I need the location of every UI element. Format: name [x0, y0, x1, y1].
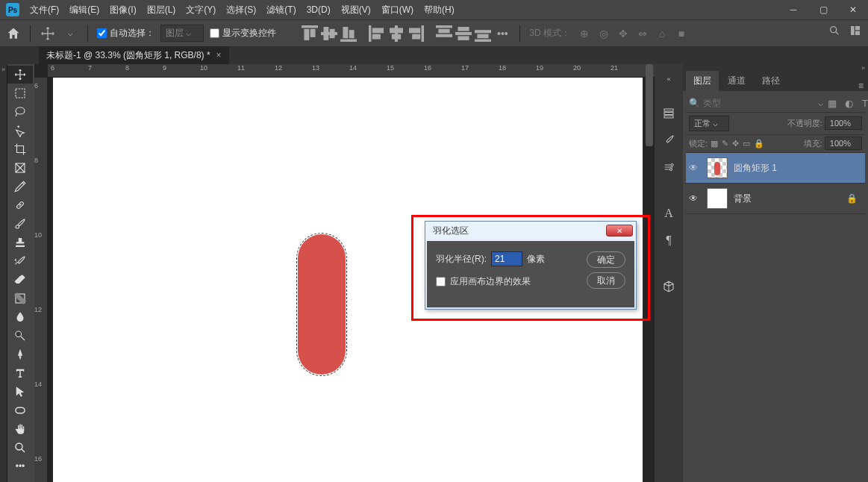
rounded-rect-shape[interactable] [298, 234, 346, 375]
tab-layers[interactable]: 图层 [686, 71, 719, 91]
move-tool[interactable] [7, 66, 33, 84]
menu-image[interactable]: 图像(I) [110, 4, 136, 16]
lock-move-icon[interactable]: ✥ [732, 139, 739, 148]
tab-close-icon[interactable]: × [216, 50, 222, 60]
crop-tool[interactable] [7, 140, 33, 158]
menu-3d[interactable]: 3D(D) [307, 4, 331, 15]
hand-tool[interactable] [7, 420, 33, 438]
dropdown-arrow[interactable]: ⌵ [62, 25, 78, 42]
tab-channels[interactable]: 通道 [720, 71, 753, 91]
opacity-input[interactable]: 100% [825, 116, 862, 130]
dialog-close-button[interactable]: ✕ [606, 225, 633, 237]
zoom-tool[interactable] [7, 439, 33, 457]
fill-input[interactable]: 100% [825, 137, 862, 150]
radius-input[interactable] [491, 251, 522, 266]
workspace-icon[interactable] [846, 21, 865, 40]
shape-tool[interactable] [7, 401, 33, 419]
dist-vcenter-icon[interactable] [455, 25, 472, 42]
3d-camera-icon[interactable]: ■ [673, 25, 690, 42]
blend-mode-select[interactable]: 正常 ⌵ [689, 116, 729, 131]
stamp-tool[interactable] [7, 234, 33, 251]
blur-tool[interactable] [7, 308, 33, 326]
lasso-tool[interactable] [7, 103, 33, 121]
align-vcenter-icon[interactable] [321, 25, 337, 42]
lock-artboard-icon[interactable]: ▭ [743, 139, 750, 148]
type-tool[interactable] [7, 364, 33, 382]
frame-tool[interactable] [7, 159, 33, 177]
menu-layer[interactable]: 图层(L) [147, 4, 176, 16]
filter-adjust-icon[interactable]: ◐ [843, 97, 855, 109]
feather-dialog[interactable]: 羽化选区 ✕ 羽化半径(R): 像素 应用画布边界的效果 确定 [425, 221, 637, 310]
more-tools[interactable]: ••• [7, 457, 33, 475]
history-panel-icon[interactable] [660, 104, 678, 122]
path-select-tool[interactable] [7, 383, 33, 401]
menu-window[interactable]: 窗口(W) [381, 4, 413, 16]
eyedropper-tool[interactable] [7, 178, 33, 195]
filter-type-icon[interactable]: T [859, 97, 868, 109]
layer-filter-input[interactable] [703, 98, 815, 108]
more-align-icon[interactable]: ••• [494, 25, 511, 42]
paragraph-panel-icon[interactable]: ¶ [660, 231, 678, 249]
3d-orbit-icon[interactable]: ⊕ [576, 25, 593, 42]
3d-panel-icon[interactable] [660, 278, 678, 295]
search-icon[interactable] [825, 21, 844, 40]
character-panel-icon[interactable]: A [660, 204, 678, 222]
3d-roll-icon[interactable]: ◎ [596, 25, 612, 42]
3d-slide-icon[interactable]: ⇔ [634, 25, 651, 42]
visibility-icon[interactable]: 👁 [689, 193, 701, 204]
lock-transparent-icon[interactable]: ▩ [711, 139, 718, 148]
show-transform-checkbox[interactable]: 显示变换控件 [210, 27, 276, 40]
layer-thumbnail[interactable] [707, 157, 728, 178]
dist-bottom-icon[interactable] [475, 25, 491, 42]
gradient-tool[interactable] [7, 289, 33, 307]
lock-icon[interactable]: 🔒 [846, 193, 858, 204]
vertical-scrollbar[interactable] [646, 64, 653, 146]
properties-panel-icon[interactable] [660, 158, 678, 176]
3d-pan-icon[interactable]: ✥ [615, 25, 631, 42]
filter-pixel-icon[interactable]: ▦ [826, 97, 838, 109]
brush-tool[interactable] [7, 215, 33, 233]
marquee-tool[interactable] [7, 84, 33, 102]
lock-brush-icon[interactable]: ✎ [722, 139, 728, 148]
document-tab[interactable]: 未标题-1 @ 33.3% (圆角矩形 1, RGB/8) * × [39, 46, 229, 65]
panel-menu-icon[interactable]: ≡ [858, 81, 864, 91]
tab-paths[interactable]: 路径 [755, 71, 787, 91]
layer-thumbnail[interactable] [707, 188, 728, 209]
menu-select[interactable]: 选择(S) [226, 4, 256, 16]
menu-edit[interactable]: 编辑(E) [69, 4, 99, 16]
menu-filter[interactable]: 滤镜(T) [266, 4, 296, 16]
align-right-icon[interactable] [408, 25, 424, 42]
menu-file[interactable]: 文件(F) [30, 4, 59, 16]
layer-row[interactable]: 👁 圆角矩形 1 [686, 153, 865, 184]
layer-row[interactable]: 👁 背景 🔒 [686, 184, 865, 214]
history-brush-tool[interactable] [7, 252, 33, 270]
tool-expand-icon[interactable]: » [0, 64, 7, 482]
auto-select-checkbox[interactable]: 自动选择： [97, 27, 154, 40]
window-minimize[interactable]: ─ [778, 0, 808, 19]
dist-top-icon[interactable] [436, 25, 452, 42]
ok-button[interactable]: 确定 [587, 251, 625, 268]
lock-all-icon[interactable]: 🔒 [754, 139, 764, 148]
menu-help[interactable]: 帮助(H) [424, 4, 455, 16]
window-close[interactable]: ✕ [838, 0, 868, 19]
align-bottom-icon[interactable] [340, 25, 357, 42]
dock-expand-icon[interactable]: « [660, 70, 678, 88]
home-icon[interactable] [6, 26, 21, 41]
cancel-button[interactable]: 取消 [587, 272, 625, 289]
window-maximize[interactable]: ▢ [808, 0, 838, 19]
align-hcenter-icon[interactable] [388, 25, 405, 42]
auto-select-target[interactable]: 图层 ⌵ [160, 25, 204, 42]
eraser-tool[interactable] [7, 271, 33, 289]
pen-tool[interactable] [7, 345, 33, 363]
apply-canvas-checkbox[interactable]: 应用画布边界的效果 [436, 275, 579, 288]
panel-collapse-icon[interactable]: » [861, 64, 865, 72]
align-left-icon[interactable] [369, 25, 385, 42]
brushes-panel-icon[interactable] [660, 131, 678, 149]
3d-zoom-icon[interactable]: ⌂ [654, 25, 670, 42]
move-tool-icon[interactable] [40, 25, 56, 42]
visibility-icon[interactable]: 👁 [689, 163, 701, 173]
healing-tool[interactable] [7, 196, 33, 214]
align-top-icon[interactable] [302, 25, 318, 42]
quick-select-tool[interactable] [7, 122, 33, 140]
dodge-tool[interactable] [7, 327, 33, 345]
